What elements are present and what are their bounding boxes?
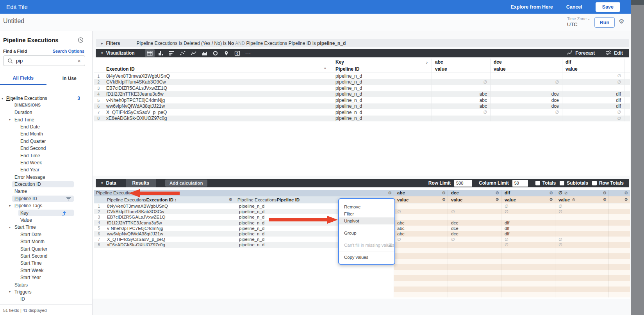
- cell-pivot-value[interactable]: ∅: [432, 109, 490, 116]
- cell-pivot-value[interactable]: dlf: [501, 226, 555, 231]
- forecast-button[interactable]: Forecast: [567, 50, 595, 56]
- viz-pivot-column-header-dlf[interactable]: dlf: [562, 59, 624, 66]
- cell-pivot-value[interactable]: ∅: [394, 209, 448, 214]
- sidebar-field-end-week[interactable]: End Week: [0, 159, 92, 166]
- cell-pipeline-id[interactable]: pipeline_n_d: [332, 85, 432, 91]
- cell-pivot-value[interactable]: ∅: [501, 203, 555, 209]
- chevron-right-icon[interactable]: ›: [426, 59, 432, 65]
- cell-execution-id[interactable]: X_QTIF4dSyCsSaxV_p_peQ: [102, 109, 332, 116]
- cell-execution-id[interactable]: 8t4yVen8T3mwaXBWgbUSnQ: [102, 73, 332, 79]
- cell-pivot-value[interactable]: dce: [448, 220, 501, 226]
- sidebar-field-start-month[interactable]: Start Month: [0, 238, 92, 245]
- caret-down-icon[interactable]: ▾: [9, 226, 11, 229]
- cell-execution-id[interactable]: v-Nheh0pTPC7E0jC4dmNjg: [102, 226, 234, 231]
- pivot-icon[interactable]: [61, 211, 66, 215]
- cell-pivot-value[interactable]: [555, 231, 608, 237]
- gear-icon[interactable]: ⚙: [624, 191, 630, 195]
- caret-down-icon[interactable]: ▾: [101, 51, 103, 55]
- cell-pivot-value[interactable]: ∅: [490, 109, 562, 116]
- cell-pivot-value[interactable]: [562, 85, 624, 91]
- sidebar-field-execution-id[interactable]: Execution ID: [0, 181, 92, 188]
- bar-viz-icon[interactable]: [167, 49, 177, 57]
- add-calculation-button[interactable]: Add calculation: [165, 180, 207, 187]
- cell-pivot-value[interactable]: [394, 203, 448, 209]
- filters-bar[interactable]: ▸ Filters Pipeline Executions Is Deleted…: [96, 39, 629, 47]
- menu-item-group[interactable]: Group: [339, 230, 394, 237]
- caret-down-icon[interactable]: ▾: [101, 181, 103, 185]
- checkbox-totals[interactable]: Totals: [535, 180, 556, 186]
- cell-pivot-value[interactable]: abc: [432, 97, 490, 103]
- viz-pivot-column-header-abc[interactable]: abc: [432, 59, 490, 66]
- caret-down-icon[interactable]: ▾: [2, 97, 3, 100]
- cell-pivot-value[interactable]: ∅: [555, 237, 608, 242]
- cell-pivot-value[interactable]: dlf: [562, 103, 624, 110]
- cell-pivot-value[interactable]: dce: [490, 103, 562, 110]
- gear-icon[interactable]: ⚙: [228, 198, 234, 202]
- sidebar-field-end-year[interactable]: End Year: [0, 166, 92, 173]
- cell-pivot-value[interactable]: [555, 226, 608, 231]
- sidebar-field-end-time[interactable]: ▾End Time: [0, 116, 92, 123]
- cell-pivot-value[interactable]: dce: [490, 97, 562, 103]
- viz-value-header-abc[interactable]: value: [432, 66, 490, 73]
- data-label[interactable]: Data: [106, 180, 116, 186]
- cell-execution-id[interactable]: EB7ciDIZR5GALsJVxwZE1Q: [102, 214, 234, 220]
- results-value-header-dce[interactable]: value⚙: [448, 196, 501, 203]
- pie-viz-icon[interactable]: [211, 49, 220, 57]
- map-viz-icon[interactable]: [221, 49, 231, 57]
- menu-item-filter[interactable]: Filter: [339, 210, 394, 217]
- field-search-box[interactable]: ×: [3, 55, 85, 66]
- more-viz-icon[interactable]: ⋯: [243, 49, 253, 57]
- cell-pivot-value[interactable]: ∅: [562, 116, 624, 122]
- gear-icon[interactable]: ⚙: [549, 191, 555, 195]
- viz-column-header-pipeline-id[interactable]: Pipeline ID: [332, 66, 432, 73]
- cell-pivot-value[interactable]: dlf: [562, 91, 624, 98]
- cell-pivot-value[interactable]: abc: [432, 91, 490, 98]
- cell-execution-id[interactable]: 8t4yVen8T3mwaXBWgbUSnQ: [102, 203, 234, 209]
- menu-item-copy-values[interactable]: Copy values: [339, 254, 394, 261]
- cell-execution-id[interactable]: X_QTIF4dSyCsSaxV_p_peQ: [102, 237, 234, 242]
- gear-icon[interactable]: ⚙: [603, 191, 608, 195]
- sidebar-field-start-week[interactable]: Start Week: [0, 267, 92, 274]
- cell-pivot-value[interactable]: [555, 214, 608, 220]
- cell-pivot-value[interactable]: ∅: [555, 242, 608, 247]
- gear-icon[interactable]: ⚙: [442, 198, 448, 202]
- cell-pivot-value[interactable]: ∅: [490, 79, 562, 85]
- edit-viz-button[interactable]: Edit: [606, 50, 623, 56]
- sidebar-field-end-second[interactable]: End Second: [0, 145, 92, 152]
- cell-pivot-value[interactable]: ∅: [394, 237, 448, 242]
- sidebar-field-end-time[interactable]: End Time: [0, 152, 92, 159]
- caret-right-icon[interactable]: ▸: [101, 41, 103, 45]
- cell-pivot-value[interactable]: ∅: [562, 109, 624, 116]
- cell-execution-id[interactable]: xE6eADGkSk-OXiUOZ97c0g: [102, 242, 234, 247]
- results-value-header-dlf[interactable]: value⚙: [501, 196, 555, 203]
- cell-pivot-value[interactable]: ∅: [562, 73, 624, 79]
- filter-icon[interactable]: [66, 197, 71, 201]
- cell-pivot-value[interactable]: abc: [432, 103, 490, 110]
- checkbox-row-totals[interactable]: Row Totals: [592, 180, 624, 186]
- cell-pivot-value[interactable]: [490, 85, 562, 91]
- single-value-viz-icon[interactable]: 6: [232, 49, 242, 57]
- gear-icon[interactable]: ⚙: [549, 198, 555, 202]
- cell-pivot-value[interactable]: dce: [448, 226, 501, 231]
- cell-pivot-value[interactable]: [448, 242, 501, 247]
- line-viz-icon[interactable]: [189, 49, 198, 57]
- viz-column-header-execution-id[interactable]: Execution ID^: [102, 66, 332, 73]
- visualization-label[interactable]: Visualization: [106, 50, 135, 56]
- cell-execution-id[interactable]: EB7ciDIZR5GALsJVxwZE1Q: [102, 85, 332, 91]
- cell-pivot-value[interactable]: dlf: [562, 97, 624, 103]
- gear-icon[interactable]: ⚙: [603, 198, 608, 202]
- cell-pivot-value[interactable]: [394, 242, 448, 247]
- cell-pipeline-id[interactable]: pipeline_n_d: [332, 97, 432, 103]
- viz-value-header-dlf[interactable]: value: [562, 66, 624, 73]
- cell-pivot-value[interactable]: ∅: [432, 79, 490, 85]
- table-viz-icon[interactable]: [145, 49, 155, 57]
- cell-pivot-value[interactable]: [432, 73, 490, 79]
- tile-title-input[interactable]: Untitled: [3, 18, 27, 26]
- sidebar-field-end-quarter[interactable]: End Quarter: [0, 138, 92, 145]
- cell-pipeline-id[interactable]: pipeline_n_d: [332, 103, 432, 110]
- tab-all-fields[interactable]: All Fields: [0, 72, 46, 85]
- cell-pivot-value[interactable]: ∅: [501, 237, 555, 242]
- cell-pivot-value[interactable]: dlf: [501, 231, 555, 237]
- results-value-header-[interactable]: value⊘⚙: [555, 196, 608, 203]
- cell-pipeline-id[interactable]: pipeline_n_d: [332, 79, 432, 85]
